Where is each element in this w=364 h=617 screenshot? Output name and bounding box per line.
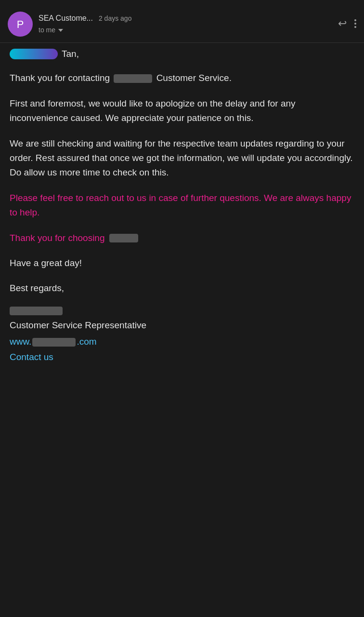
avatar: P xyxy=(8,12,33,37)
signature-name-redacted xyxy=(10,307,63,315)
redacted-brand-name xyxy=(109,234,138,242)
email-header: P SEA Custome... 2 days ago to me ↩ xyxy=(0,8,364,42)
more-options-icon[interactable] xyxy=(354,19,356,28)
website-link[interactable]: www..com xyxy=(10,335,97,349)
greeting-name: Tan, xyxy=(62,47,79,61)
paragraph-2: First and foremost, we would like to apo… xyxy=(10,96,354,126)
sender-name: SEA Custome... xyxy=(39,13,93,24)
email-body: Tan, Thank you for contacting Customer S… xyxy=(0,43,364,377)
paragraph-4: Please feel free to reach out to us in c… xyxy=(10,191,354,220)
email-timestamp: 2 days ago xyxy=(99,13,132,24)
email-container: P SEA Custome... 2 days ago to me ↩ xyxy=(0,0,364,385)
header-actions: ↩ xyxy=(338,12,356,31)
sender-name-row: SEA Custome... 2 days ago xyxy=(39,13,332,24)
redacted-company-name xyxy=(114,74,152,83)
redacted-name-pill xyxy=(10,49,58,59)
greeting-line: Tan, xyxy=(10,47,354,61)
sender-to: to me xyxy=(39,25,332,35)
rep-title: Customer Service Representative xyxy=(10,318,354,333)
redacted-domain xyxy=(32,338,76,347)
paragraph-1: Thank you for contacting Customer Servic… xyxy=(10,71,354,85)
paragraph-3: We are still checking and waiting for th… xyxy=(10,136,354,180)
sender-info: SEA Custome... 2 days ago to me xyxy=(39,12,332,35)
chevron-down-icon[interactable] xyxy=(58,29,63,32)
signature-section: Customer Service Representative www..com… xyxy=(10,307,354,365)
reply-icon[interactable]: ↩ xyxy=(338,15,347,31)
paragraph-6: Have a great day! xyxy=(10,256,354,270)
www-line: www..com xyxy=(10,335,354,350)
paragraph-7: Best regards, xyxy=(10,281,354,295)
paragraph-5: Thank you for choosing xyxy=(10,231,354,245)
contact-us-link[interactable]: Contact us xyxy=(10,350,354,364)
